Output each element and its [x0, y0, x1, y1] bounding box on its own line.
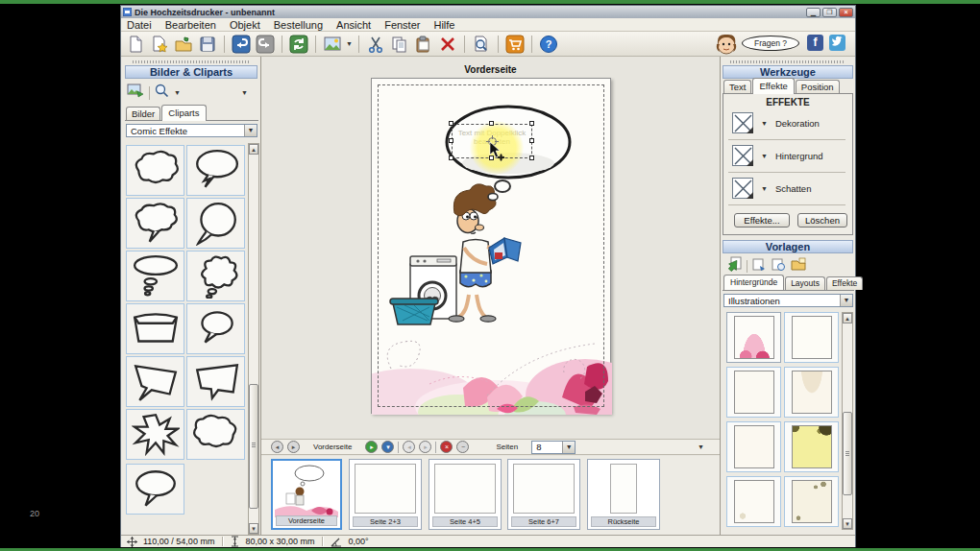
tab-text[interactable]: Text — [723, 80, 751, 94]
new-document-icon[interactable] — [125, 34, 146, 55]
clipart-flat-oval-spiral-bubble[interactable] — [126, 251, 184, 301]
open-icon[interactable] — [173, 34, 194, 55]
help-speech-bubble[interactable]: Fragen ? — [742, 36, 799, 51]
delete-page-button[interactable]: × — [440, 441, 453, 453]
card-canvas[interactable]: Text mit Doppelklick bearbeiten — [371, 78, 611, 414]
template-plain-white[interactable] — [784, 312, 839, 363]
undo-icon[interactable] — [231, 34, 252, 55]
panel-grip[interactable] — [730, 60, 845, 63]
tab-cliparts[interactable]: Cliparts — [161, 105, 206, 121]
move-page-right-button[interactable]: ▸ — [419, 441, 431, 453]
template-soft-cream[interactable] — [726, 421, 781, 472]
add-page-button[interactable]: ▸ — [365, 441, 378, 453]
template-plain-cream[interactable] — [726, 367, 781, 418]
cliparts-scrollbar[interactable]: ▲ ▼ — [248, 143, 259, 535]
preview-zoom-icon[interactable] — [155, 84, 169, 102]
scroll-thumb[interactable] — [843, 412, 852, 495]
paste-icon[interactable] — [413, 34, 434, 55]
templates-scrollbar[interactable]: ▲ ▼ — [842, 312, 853, 530]
insert-page-button[interactable]: ▾ — [381, 441, 394, 453]
insert-image-icon[interactable] — [322, 34, 343, 55]
resize-handle-se[interactable] — [529, 156, 534, 160]
thumbnail-rueckseite[interactable]: Rückseite — [587, 459, 660, 530]
effect-dropdown-arrow[interactable]: ▼ — [761, 185, 768, 192]
print-preview-icon[interactable] — [471, 34, 492, 55]
panel-grip[interactable] — [133, 60, 251, 63]
minimize-button[interactable]: ▁ — [806, 8, 821, 17]
delete-effect-button[interactable]: Löschen — [797, 213, 847, 228]
preview-zoom-dropdown[interactable]: ▼ — [174, 89, 181, 96]
tab-vorlagen-effekte[interactable]: Effekte — [826, 276, 863, 290]
template-floral-pink[interactable] — [726, 312, 781, 363]
resize-handle-w[interactable] — [449, 138, 453, 143]
resize-handle-n[interactable] — [489, 121, 494, 126]
clipart-category-select[interactable]: Comic Effekte▼ — [126, 124, 257, 137]
effect-row-dekoration[interactable]: ▼ Dekoration — [732, 112, 820, 133]
clipart-small-oval-bubble[interactable] — [186, 303, 245, 354]
menu-hilfe[interactable]: Hilfe — [433, 19, 454, 31]
facebook-icon[interactable]: f — [807, 35, 823, 51]
scroll-up-arrow[interactable]: ▲ — [843, 313, 852, 323]
clipart-cloud-bubble-2[interactable] — [186, 409, 245, 460]
images-cliparts-header[interactable]: Bilder & Cliparts — [125, 65, 257, 79]
copy-icon[interactable] — [389, 34, 410, 55]
effect-dropdown-arrow[interactable]: ▼ — [761, 153, 768, 159]
title-bar[interactable]: Die Hochzeitsdrucker - unbenannt ▁ ❐ × — [121, 6, 855, 18]
cut-icon[interactable] — [365, 34, 386, 55]
effect-row-schatten[interactable]: ▼ Schatten — [732, 178, 811, 199]
scroll-down-arrow[interactable]: ▼ — [249, 523, 258, 534]
clipart-thought-cloud-bubble[interactable] — [186, 251, 245, 301]
twitter-icon[interactable] — [829, 35, 845, 51]
nav-last-page-button[interactable]: ▸ — [287, 441, 300, 453]
resize-handle-sw[interactable] — [449, 156, 453, 160]
menu-bearbeiten[interactable]: Bearbeiten — [165, 19, 216, 31]
tab-layouts[interactable]: Layouts — [785, 276, 825, 290]
menu-datei[interactable]: Datei — [127, 19, 152, 31]
menu-objekt[interactable]: Objekt — [230, 19, 260, 31]
nav-first-page-button[interactable]: ◂ — [271, 441, 283, 453]
page-count-select[interactable]: 8▼ — [531, 441, 576, 454]
clipart-cloud-tail-bubble[interactable] — [126, 198, 184, 249]
thumbnail-seite-2-3[interactable]: Seite 2+3 — [349, 459, 422, 530]
template-cream-speckled[interactable] — [784, 476, 839, 527]
effect-row-hintergrund[interactable]: ▼ Hintergrund — [732, 145, 823, 166]
new-from-template-icon[interactable] — [149, 34, 170, 55]
resize-handle-ne[interactable] — [529, 121, 534, 126]
scroll-down-arrow[interactable]: ▼ — [843, 518, 852, 529]
template-cream-smudge[interactable] — [784, 367, 839, 418]
remove-page-button[interactable]: − — [456, 441, 469, 453]
add-image-icon[interactable] — [127, 84, 144, 102]
insert-image-dropdown[interactable]: ▼ — [346, 40, 353, 47]
clipart-angular-bubble-left[interactable] — [126, 356, 184, 407]
template-category-select[interactable]: Illustrationen▼ — [723, 294, 853, 307]
template-yellow-blobs[interactable] — [784, 421, 839, 472]
redo-icon[interactable] — [255, 34, 276, 55]
resize-handle-nw[interactable] — [449, 121, 453, 126]
thumbnail-seite-6-7[interactable]: Seite 6+7 — [507, 459, 580, 530]
refresh-icon[interactable] — [288, 34, 309, 55]
menu-bestellung[interactable]: Bestellung — [274, 19, 323, 31]
template-folder-icon[interactable] — [791, 257, 806, 276]
clipart-oval-tail-bubble[interactable] — [126, 464, 184, 515]
close-button[interactable]: × — [839, 8, 853, 17]
scroll-thumb[interactable] — [249, 384, 258, 509]
apply-template-icon[interactable] — [725, 256, 742, 276]
clipart-banner-bubble[interactable] — [126, 303, 184, 354]
clipart-angular-bubble-right[interactable] — [186, 356, 245, 407]
tab-effekte[interactable]: Effekte — [752, 78, 794, 94]
template-refresh-icon[interactable] — [772, 257, 786, 276]
template-light-speckle[interactable] — [726, 476, 781, 527]
resize-handle-e[interactable] — [529, 138, 534, 143]
help-icon[interactable]: ? — [538, 34, 559, 55]
thumbnails-collapse-dropdown[interactable]: ▼ — [698, 443, 704, 450]
thumbnail-seite-4-5[interactable]: Seite 4+5 — [429, 459, 502, 530]
move-page-left-button[interactable]: ◂ — [403, 441, 415, 453]
thumbnail-vorderseite[interactable]: Vorderseite — [271, 459, 342, 530]
menu-ansicht[interactable]: Ansicht — [336, 19, 371, 31]
template-page-icon[interactable] — [752, 257, 767, 276]
delete-icon[interactable] — [437, 34, 458, 55]
werkzeuge-header[interactable]: Werkzeuge — [723, 65, 853, 79]
scroll-up-arrow[interactable]: ▲ — [249, 144, 258, 155]
tab-bilder[interactable]: Bilder — [126, 107, 160, 121]
tab-hintergruende[interactable]: Hintergründe — [723, 275, 784, 290]
